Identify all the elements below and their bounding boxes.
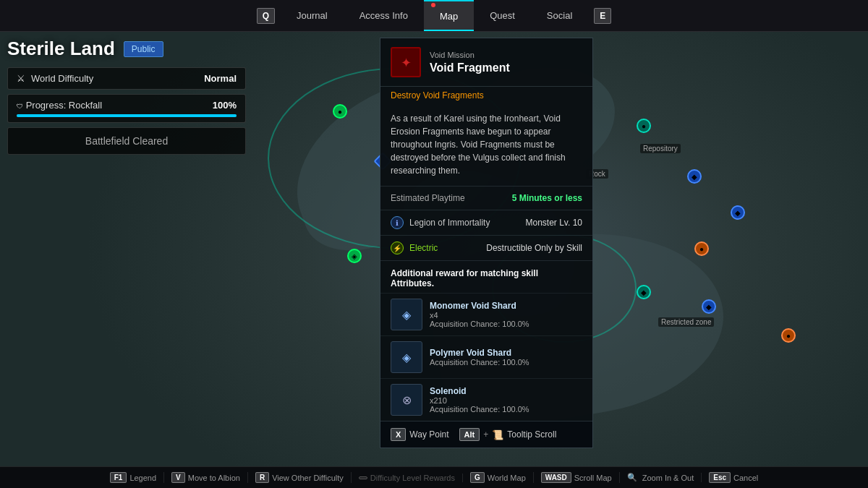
reward-qty-2: x210	[430, 396, 582, 405]
solenoid-icon	[402, 393, 412, 408]
faction-icon: ℹ	[391, 216, 404, 229]
hint-key-g[interactable]: G	[470, 472, 485, 483]
progress-value: 100%	[213, 100, 237, 111]
tab-map[interactable]: Map	[424, 0, 474, 31]
reward-item-1: Polymer Void Shard Acquisition Chance: 1…	[380, 335, 592, 378]
nav-key-left[interactable]: Q	[257, 8, 275, 24]
hint-key-esc[interactable]: Esc	[709, 472, 731, 483]
hint-label-scroll: Scroll Map	[574, 474, 612, 482]
faction-value: Monster Lv. 10	[526, 218, 582, 228]
void-icon	[401, 54, 412, 71]
tab-journal[interactable]: Journal	[281, 0, 344, 31]
left-panel: Sterile Land Public World Difficulty Nor…	[7, 38, 246, 155]
hint-key-f1[interactable]: F1	[110, 472, 127, 483]
element-row: Electric Destructible Only by Skill	[380, 236, 592, 261]
reward-name-1: Polymer Void Shard	[430, 348, 582, 358]
map-icon-8[interactable]: ◆	[702, 299, 716, 314]
hint-legend[interactable]: F1 Legend	[103, 472, 164, 483]
hint-label-difficulty: View Other Difficulty	[272, 474, 344, 482]
scroll-hint: Alt + 📜 Tooltip Scroll	[459, 428, 557, 441]
bottom-bar: F1 Legend V Move to Albion R View Other …	[0, 466, 868, 488]
tab-quest[interactable]: Quest	[474, 0, 531, 31]
scroll-label: Tooltip Scroll	[507, 429, 556, 440]
reward-qty-0: x4	[430, 311, 582, 320]
hint-zoom[interactable]: 🔍 Zoom In & Out	[620, 473, 702, 482]
reward-name-0: Monomer Void Shard	[430, 301, 582, 311]
crystal-icon-0	[402, 307, 411, 322]
map-icon-5[interactable]: ◆	[731, 205, 745, 220]
scroll-key-alt: Alt	[459, 428, 480, 441]
swords-icon	[17, 73, 25, 84]
scroll-icon: 📜	[492, 429, 503, 440]
hint-label-worldmap: World Map	[488, 474, 526, 482]
element-label: Electric	[409, 243, 480, 253]
hint-cancel[interactable]: Esc Cancel	[702, 472, 765, 483]
zoom-icon: 🔍	[627, 473, 637, 482]
location-header: Sterile Land Public	[7, 38, 246, 60]
progress-label: Progress: Rockfall	[17, 100, 102, 111]
mission-type: Void Mission	[430, 51, 510, 59]
map-label-repository: Repository	[640, 144, 681, 153]
hint-key-v[interactable]: V	[171, 472, 185, 483]
scroll-plus: +	[483, 429, 488, 440]
mission-header: Void Mission Void Fragment	[380, 38, 592, 87]
location-title: Sterile Land	[7, 38, 115, 60]
map-label-restricted: Restricted zone	[658, 317, 714, 327]
hint-key-wasd[interactable]: WASD	[541, 472, 571, 483]
hint-world-map[interactable]: G World Map	[463, 472, 534, 483]
difficulty-row: World Difficulty Normal	[7, 67, 246, 90]
faction-row: ℹ Legion of Immortality Monster Lv. 10	[380, 210, 592, 236]
reward-name-2: Solenoid	[430, 386, 582, 396]
waypoint-key[interactable]: X	[391, 428, 406, 441]
playtime-stat: Estimated Playtime 5 Minutes or less	[380, 187, 592, 210]
difficulty-value: Normal	[204, 73, 237, 84]
map-icon-6[interactable]: ●	[694, 241, 709, 256]
waypoint-label: Way Point	[409, 429, 448, 440]
visibility-badge[interactable]: Public	[124, 41, 163, 57]
map-icon-9[interactable]: ●	[781, 328, 796, 343]
hint-label-legend: Legend	[129, 474, 156, 482]
progress-bar-bg	[17, 114, 237, 117]
crystal-icon-1	[402, 350, 411, 365]
cleared-banner: Battlefield Cleared	[7, 127, 246, 155]
map-icon-active[interactable]: ◈	[347, 249, 362, 263]
reward-chance-1: Acquisition Chance: 100.0%	[430, 358, 582, 367]
reward-chance-0: Acquisition Chance: 100.0%	[430, 320, 582, 328]
hint-view-difficulty[interactable]: R View Other Difficulty	[248, 472, 352, 483]
map-icon-7[interactable]: ◆	[637, 285, 651, 299]
waypoint-button[interactable]: X Way Point	[391, 428, 449, 441]
faction-label: Legion of Immortality	[409, 218, 520, 228]
nav-tabs: Q Journal Access Info Map Quest Social E	[251, 0, 618, 31]
legion-icon: ℹ	[396, 219, 399, 227]
progress-bar-fill	[17, 114, 237, 117]
map-icon-4[interactable]: ◆	[687, 169, 702, 184]
mission-footer: X Way Point Alt + 📜 Tooltip Scroll	[380, 421, 592, 448]
electric-icon	[391, 241, 404, 254]
reward-icon-1	[391, 341, 422, 373]
reward-icon-2	[391, 384, 422, 416]
reward-item-2: Solenoid x210 Acquisition Chance: 100.0%	[380, 378, 592, 421]
hint-scroll-map[interactable]: WASD Scroll Map	[534, 472, 620, 483]
hint-label-cancel: Cancel	[733, 474, 758, 482]
mission-description: As a result of Karel using the Ironheart…	[380, 106, 592, 187]
mission-name: Void Fragment	[430, 61, 510, 74]
map-icon-1[interactable]: ●	[333, 104, 347, 119]
tab-social[interactable]: Social	[531, 0, 588, 31]
hint-key-difficulty	[359, 476, 367, 479]
mission-icon	[391, 47, 421, 77]
hint-key-r[interactable]: R	[255, 472, 269, 483]
top-navigation: Q Journal Access Info Map Quest Social E	[0, 0, 868, 32]
element-value: Destructible Only by Skill	[486, 243, 582, 253]
reward-header: Additional reward for matching skill Att…	[380, 261, 592, 293]
reward-info-2: Solenoid x210 Acquisition Chance: 100.0%	[430, 386, 582, 414]
nav-key-right[interactable]: E	[594, 8, 611, 24]
difficulty-label: World Difficulty	[17, 73, 204, 84]
hint-move-albion[interactable]: V Move to Albion	[164, 472, 248, 483]
reward-info-0: Monomer Void Shard x4 Acquisition Chance…	[430, 301, 582, 328]
hint-label-albion: Move to Albion	[188, 474, 240, 482]
bolt-icon	[393, 244, 401, 252]
progress-row: Progress: Rockfall 100%	[7, 94, 246, 123]
map-icon-3[interactable]: ●	[637, 119, 651, 133]
hint-label-zoom: Zoom In & Out	[642, 474, 694, 482]
tab-access-info[interactable]: Access Info	[344, 0, 424, 31]
